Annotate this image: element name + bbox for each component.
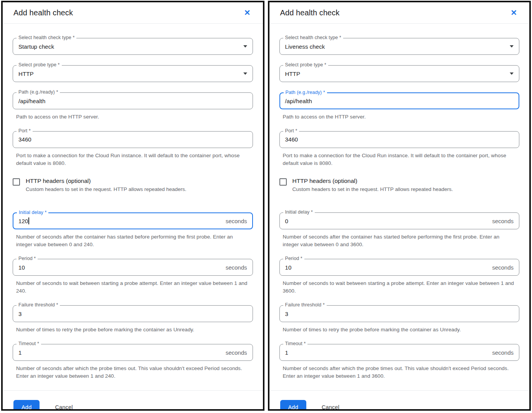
helper-text: Number of seconds after the container ha… [283, 233, 515, 248]
input-value: 1 [285, 349, 288, 356]
period-input[interactable]: Period * 10 seconds [13, 259, 253, 276]
helper-text: Path to access on the HTTP server. [283, 113, 515, 121]
dropdown-arrow-icon [510, 45, 514, 48]
helper-text: Number of seconds to wait between starti… [283, 280, 515, 295]
dialog-footer: Add Cancel [279, 391, 520, 411]
helper-text: Number of times to retry the probe befor… [283, 326, 515, 334]
add-button[interactable]: Add [280, 400, 306, 411]
input-value: 3 [285, 311, 288, 317]
field-label: Path (e.g./ready) * [17, 89, 60, 95]
health-check-form: Select health check type * Liveness chec… [269, 24, 530, 411]
input-value: /api/health [18, 98, 45, 104]
field-label: Timeout * [283, 341, 308, 346]
dialog-title: Add health check [280, 8, 340, 17]
port-input[interactable]: Port * 3460 [13, 131, 253, 148]
http-headers-checkbox[interactable] [279, 178, 287, 186]
field-label: Initial delay * [17, 210, 48, 215]
http-headers-group: HTTP headers (optional) Custom headers t… [13, 178, 253, 193]
selected-value: HTTP [285, 71, 301, 77]
field-group-initial-delay: Initial delay * 120 seconds Number of se… [13, 212, 253, 248]
dialog-title: Add health check [13, 8, 73, 17]
add-button[interactable]: Add [13, 400, 40, 411]
health-check-form: Select health check type * Startup check… [3, 24, 263, 411]
input-value: 10 [285, 264, 292, 271]
field-label: Select probe type * [17, 62, 62, 67]
field-group-period: Period * 10 seconds Number of seconds to… [279, 259, 520, 295]
input-value: 1 [18, 349, 21, 356]
field-group-probe: Select probe type * HTTP [13, 65, 253, 82]
seconds-suffix: seconds [226, 264, 247, 271]
probe-type-select[interactable]: Select probe type * HTTP [279, 65, 520, 82]
helper-text: Number of seconds after which the probe … [16, 365, 249, 380]
probe-type-select[interactable]: Select probe type * HTTP [13, 65, 253, 82]
helper-text: Number of seconds after the container ha… [16, 233, 249, 248]
helper-text: Number of seconds to wait between starti… [16, 280, 249, 295]
health-check-type-select[interactable]: Select health check type * Liveness chec… [279, 38, 520, 55]
input-value: 3 [18, 311, 21, 317]
field-group-path: Path (e.g./ready) * /api/health Path to … [279, 92, 520, 121]
dropdown-arrow-icon [510, 72, 514, 75]
seconds-suffix: seconds [492, 218, 514, 224]
field-label: Failure threshold * [283, 302, 327, 308]
helper-text: Number of times to retry the probe befor… [16, 326, 249, 334]
field-group-type: Select health check type * Startup check [13, 38, 253, 55]
seconds-suffix: seconds [492, 349, 514, 356]
initial-delay-input[interactable]: Initial delay * 0 seconds [279, 212, 520, 229]
input-value: 120 [18, 218, 28, 224]
selected-value: HTTP [18, 71, 34, 77]
helper-text: Number of seconds after which the probe … [283, 365, 515, 380]
timeout-input[interactable]: Timeout * 1 seconds [13, 344, 253, 361]
field-group-failure-threshold: Failure threshold * 3 Number of times to… [13, 305, 253, 334]
liveness-check-dialog: Add health check ✕ Select health check t… [268, 1, 531, 411]
checkbox-label[interactable]: HTTP headers (optional) [26, 178, 186, 184]
seconds-suffix: seconds [226, 349, 247, 356]
field-label: Select probe type * [283, 62, 329, 67]
dropdown-arrow-icon [243, 45, 247, 48]
http-headers-group: HTTP headers (optional) Custom headers t… [279, 178, 520, 193]
field-label: Initial delay * [283, 209, 315, 215]
field-group-probe: Select probe type * HTTP [279, 65, 520, 82]
dialog-footer: Add Cancel [13, 391, 253, 411]
dialog-header: Add health check ✕ [3, 2, 263, 23]
input-value: 3460 [285, 136, 298, 143]
http-headers-checkbox[interactable] [13, 178, 20, 186]
input-value: 10 [18, 264, 25, 271]
health-check-type-select[interactable]: Select health check type * Startup check [13, 38, 253, 55]
path-input[interactable]: Path (e.g./ready) * /api/health [13, 92, 253, 109]
selected-value: Liveness check [285, 43, 325, 50]
input-value: /api/health [285, 98, 312, 104]
checkbox-text: HTTP headers (optional) Custom headers t… [26, 178, 186, 193]
seconds-suffix: seconds [226, 218, 247, 224]
seconds-suffix: seconds [492, 264, 514, 271]
cancel-button[interactable]: Cancel [53, 400, 74, 411]
field-group-path: Path (e.g./ready) * /api/health Path to … [13, 92, 253, 121]
helper-text: Port to make a connection for the Cloud … [16, 152, 249, 167]
helper-text: Path to access on the HTTP server. [16, 113, 249, 121]
field-group-timeout: Timeout * 1 seconds Number of seconds af… [279, 344, 520, 380]
field-group-port: Port * 3460 Port to make a connection fo… [279, 131, 520, 167]
initial-delay-input[interactable]: Initial delay * 120 seconds [13, 212, 253, 229]
field-label: Timeout * [17, 341, 41, 346]
failure-threshold-input[interactable]: Failure threshold * 3 [279, 305, 520, 322]
input-value: 0 [285, 218, 288, 224]
cancel-button[interactable]: Cancel [320, 400, 341, 411]
path-input[interactable]: Path (e.g./ready) * /api/health [279, 92, 520, 109]
field-label: Port * [17, 128, 33, 133]
checkbox-text: HTTP headers (optional) Custom headers t… [292, 178, 453, 193]
close-icon[interactable]: ✕ [243, 8, 252, 17]
timeout-input[interactable]: Timeout * 1 seconds [279, 344, 520, 361]
failure-threshold-input[interactable]: Failure threshold * 3 [13, 305, 253, 322]
field-group-type: Select health check type * Liveness chec… [279, 38, 520, 55]
field-group-timeout: Timeout * 1 seconds Number of seconds af… [13, 344, 253, 380]
field-group-period: Period * 10 seconds Number of seconds to… [13, 259, 253, 295]
field-label: Select health check type * [17, 35, 76, 40]
input-value: 3460 [18, 136, 31, 143]
port-input[interactable]: Port * 3460 [279, 131, 520, 148]
screenshot-pair: Add health check ✕ Select health check t… [0, 0, 532, 413]
checkbox-label[interactable]: HTTP headers (optional) [292, 178, 453, 184]
close-icon[interactable]: ✕ [509, 8, 519, 17]
field-label: Path (e.g./ready) * [284, 90, 327, 95]
dialog-header: Add health check ✕ [269, 2, 530, 23]
field-label: Select health check type * [283, 35, 343, 40]
period-input[interactable]: Period * 10 seconds [279, 259, 520, 276]
